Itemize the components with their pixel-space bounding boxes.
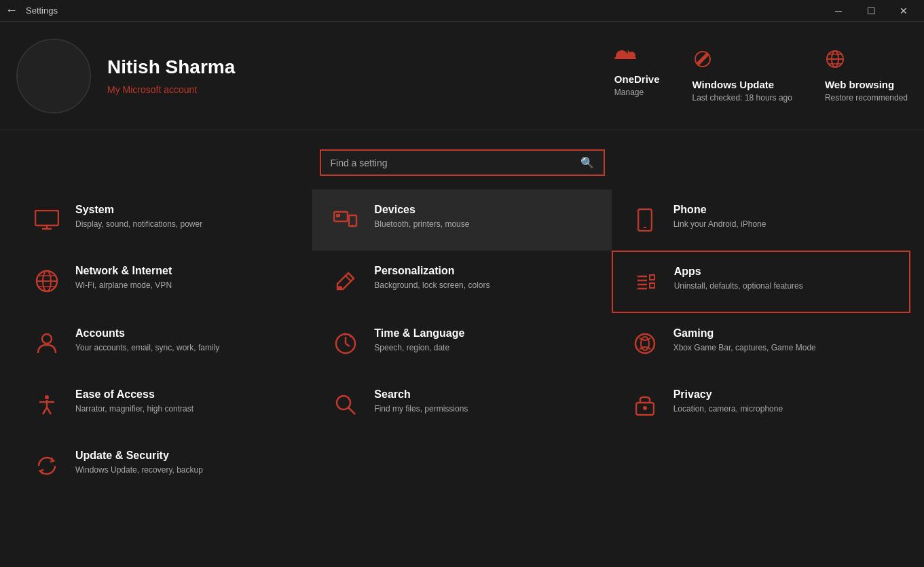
xbox-icon [629,327,661,360]
brush-icon [329,265,362,297]
clock-icon [329,327,362,360]
item-title-gaming: Gaming [673,327,893,340]
svg-rect-5 [35,211,58,225]
item-title-personalization: Personalization [374,265,594,277]
item-sub-accounts: Your accounts, email, sync, work, family [75,342,295,354]
svg-point-33 [641,337,649,350]
settings-item-ease-of-access[interactable]: Ease of Access Narrator, magnifier, high… [14,374,312,435]
item-title-apps: Apps [674,266,893,278]
update-icon [31,450,63,482]
item-title-phone: Phone [673,204,893,216]
svg-point-34 [45,395,49,399]
search-container: 🔍 [0,130,924,189]
titlebar-title: Settings [26,5,58,16]
item-sub-privacy: Location, camera, microphone [673,403,893,415]
svg-line-38 [47,407,51,414]
web-browsing-icon [825,49,908,73]
item-sub-search: Find my files, permissions [374,403,594,415]
close-button[interactable]: ✕ [889,1,919,20]
settings-item-gaming[interactable]: Gaming Xbox Game Bar, captures, Game Mod… [612,313,910,374]
user-info: Nitish Sharma My Microsoft account [107,56,235,96]
header: Nitish Sharma My Microsoft account OneDr… [0,22,924,130]
windows-update-sub: Last checked: 18 hours ago [692,93,792,103]
web-browsing-action[interactable]: Web browsing Restore recommended [825,49,908,103]
windows-update-title: Windows Update [692,79,792,90]
item-title-network: Network & Internet [75,265,295,277]
svg-point-20 [338,286,342,290]
item-title-devices: Devices [374,204,594,216]
onedrive-title: OneDrive [614,73,660,85]
search-icon: 🔍 [580,156,594,169]
item-sub-devices: Bluetooth, printers, mouse [374,219,594,230]
settings-item-network[interactable]: Network & Internet Wi-Fi, airplane mode,… [14,251,312,313]
settings-item-privacy[interactable]: Privacy Location, camera, microphone [612,374,910,435]
web-browsing-sub: Restore recommended [825,93,908,103]
settings-item-time-language[interactable]: Time & Language Speech, region, date [312,313,611,374]
minimize-button[interactable]: ─ [824,1,853,20]
settings-grid: System Display, sound, notifications, po… [0,189,924,496]
settings-item-personalization[interactable]: Personalization Background, lock screen,… [312,251,611,313]
settings-item-phone[interactable]: Phone Link your Android, iPhone [612,189,910,251]
svg-line-30 [346,344,350,346]
globe-icon [31,265,63,297]
titlebar-controls: ─ ☐ ✕ [824,1,919,20]
svg-line-40 [348,407,355,414]
item-sub-gaming: Xbox Game Bar, captures, Game Mode [673,342,893,354]
web-browsing-title: Web browsing [825,79,908,90]
settings-item-devices[interactable]: Devices Bluetooth, printers, mouse [312,189,611,251]
search-box[interactable]: 🔍 [320,149,605,176]
item-sub-phone: Link your Android, iPhone [673,219,893,230]
item-title-ease-of-access: Ease of Access [75,388,295,401]
svg-rect-9 [349,215,356,226]
svg-point-27 [42,334,52,344]
item-sub-time-language: Speech, region, date [374,342,594,354]
settings-item-system[interactable]: System Display, sound, notifications, po… [14,189,312,251]
item-title-time-language: Time & Language [374,327,594,340]
svg-rect-26 [650,283,654,288]
windows-update-icon [692,49,792,73]
onedrive-sub: Manage [614,88,660,97]
onedrive-action[interactable]: OneDrive Manage [614,49,660,97]
search-input[interactable] [331,158,575,168]
settings-item-accounts[interactable]: Accounts Your accounts, email, sync, wor… [14,313,312,374]
settings-item-search[interactable]: Search Find my files, permissions [312,374,611,435]
svg-point-42 [643,406,647,410]
avatar [16,39,91,113]
windows-update-action[interactable]: Windows Update Last checked: 18 hours ag… [692,49,792,103]
item-title-privacy: Privacy [673,388,893,401]
onedrive-icon [614,49,660,68]
maximize-button[interactable]: ☐ [856,1,886,20]
item-sub-ease-of-access: Narrator, magnifier, high contrast [75,403,295,415]
apps-icon [629,266,662,298]
account-link[interactable]: My Microsoft account [107,84,197,95]
user-name: Nitish Sharma [107,56,235,78]
titlebar: ← Settings ─ ☐ ✕ [0,0,924,22]
item-title-accounts: Accounts [75,327,295,340]
search-icon [329,388,362,421]
svg-line-37 [43,407,47,414]
item-sub-network: Wi-Fi, airplane mode, VPN [75,280,295,291]
person-icon [31,327,63,360]
item-sub-system: Display, sound, notifications, power [75,219,295,230]
svg-rect-11 [336,214,340,217]
item-title-search: Search [374,388,594,401]
header-actions: OneDrive Manage Windows Update Last chec… [614,49,908,103]
devices-icon [329,204,362,236]
lock-icon [629,388,661,421]
phone-icon [629,204,661,236]
monitor-icon [31,204,63,236]
svg-line-19 [346,276,351,281]
svg-rect-25 [650,275,654,280]
item-sub-personalization: Background, lock screen, colors [374,280,594,291]
accessibility-icon [31,388,63,421]
settings-item-update-security[interactable]: Update & Security Windows Update, recove… [14,435,312,496]
item-sub-update-security: Windows Update, recovery, backup [75,464,295,476]
item-title-system: System [75,204,295,216]
item-sub-apps: Uninstall, defaults, optional features [674,280,893,292]
item-title-update-security: Update & Security [75,450,295,462]
back-button[interactable]: ← [5,3,18,18]
settings-item-apps[interactable]: Apps Uninstall, defaults, optional featu… [612,251,910,313]
